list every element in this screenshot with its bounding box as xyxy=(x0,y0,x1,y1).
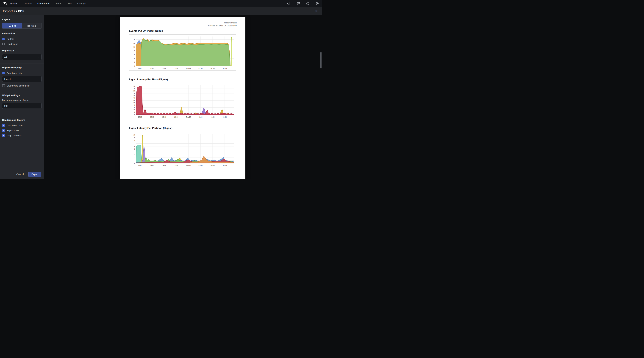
svg-text:15:00: 15:00 xyxy=(150,116,154,118)
grid-icon xyxy=(27,25,30,27)
nav-item-search[interactable]: Search xyxy=(23,0,34,7)
checkbox-page-numbers-label: Page numbers xyxy=(6,134,22,137)
svg-text:10: 10 xyxy=(134,134,135,136)
svg-text:12:00: 12:00 xyxy=(138,116,142,118)
svg-text:8: 8 xyxy=(134,140,135,142)
export-settings-panel: Layout List Grid Orientation Portrait xyxy=(0,15,44,179)
svg-text:70: 70 xyxy=(134,97,135,99)
svg-text:06:00: 06:00 xyxy=(211,165,214,167)
layout-grid-button[interactable]: Grid xyxy=(22,23,41,29)
checkbox-icon xyxy=(2,84,5,87)
front-page-heading: Report front page xyxy=(2,66,42,69)
svg-text:03:00: 03:00 xyxy=(198,68,202,69)
radio-landscape-label: Landscape xyxy=(6,43,18,45)
svg-text:15:00: 15:00 xyxy=(150,165,154,167)
modal-title: Export as PDF xyxy=(3,10,24,13)
svg-text:20: 20 xyxy=(134,58,135,59)
nav-actions xyxy=(287,2,319,6)
svg-text:09:00: 09:00 xyxy=(223,165,226,167)
cancel-button[interactable]: Cancel xyxy=(16,173,25,176)
svg-text:4: 4 xyxy=(134,151,135,153)
paper-size-select[interactable]: A4 xyxy=(2,54,42,60)
paper-size-heading: Paper size xyxy=(2,49,42,52)
radio-portrait[interactable]: Portrait xyxy=(2,37,42,41)
dashboard-title-input[interactable] xyxy=(2,76,42,82)
svg-text:9: 9 xyxy=(134,137,135,139)
svg-text:120: 120 xyxy=(132,85,135,87)
svg-text:20: 20 xyxy=(134,109,135,111)
radio-icon xyxy=(2,38,5,40)
svg-text:40: 40 xyxy=(134,50,135,52)
nav-item-files[interactable]: Files xyxy=(65,0,74,7)
checkbox-hf-dashboard-title-label: Dashboard title xyxy=(6,124,22,127)
feedback-button[interactable] xyxy=(296,2,300,6)
orientation-heading: Orientation xyxy=(2,32,42,35)
svg-text:12:00: 12:00 xyxy=(138,165,142,167)
account-button[interactable] xyxy=(315,2,319,6)
svg-text:09:00: 09:00 xyxy=(223,116,226,118)
svg-text:7: 7 xyxy=(134,143,135,144)
chevron-down-icon xyxy=(37,56,40,58)
chart-ingest-latency-per-host: 12:0015:0018:0021:00Thu 1203:0006:0009:0… xyxy=(129,83,236,119)
crowdstrike-logo xyxy=(3,1,8,6)
checkbox-dashboard-description[interactable]: Dashboard description xyxy=(2,84,42,88)
layout-list-button[interactable]: List xyxy=(2,23,22,29)
svg-text:Thu 12: Thu 12 xyxy=(186,165,191,167)
svg-text:21:00: 21:00 xyxy=(174,68,178,69)
svg-text:0: 0 xyxy=(134,65,135,67)
section-divider xyxy=(0,116,44,116)
close-button[interactable]: ✕ xyxy=(314,9,319,14)
layout-grid-label: Grid xyxy=(31,25,36,27)
svg-text:3: 3 xyxy=(134,154,135,156)
svg-text:6: 6 xyxy=(134,146,135,147)
section-divider xyxy=(0,64,44,64)
help-button[interactable] xyxy=(306,2,310,6)
headers-footers-heading: Headers and footers xyxy=(2,119,42,121)
svg-text:0: 0 xyxy=(134,114,135,115)
layout-toggle: List Grid xyxy=(2,23,42,29)
svg-text:18:00: 18:00 xyxy=(162,116,166,118)
scrollbar-thumb[interactable] xyxy=(320,52,322,69)
svg-text:30: 30 xyxy=(134,107,135,108)
announcements-button[interactable] xyxy=(287,2,291,6)
svg-text:12:00: 12:00 xyxy=(138,68,142,69)
list-icon xyxy=(8,25,11,27)
preview-backdrop: Report: Ingest Created at: 2023-10-12 11… xyxy=(44,15,322,179)
svg-text:Thu 12: Thu 12 xyxy=(186,116,191,118)
checkbox-dashboard-title[interactable]: Dashboard title xyxy=(2,71,42,75)
report-meta: Report: Ingest Created at: 2023-10-12 11… xyxy=(129,22,237,27)
settings-scroll-area: Layout List Grid Orientation Portrait xyxy=(0,15,44,169)
chart-ingest-latency-per-partition: 12:0015:0018:0021:00Thu 1203:0006:0009:0… xyxy=(129,132,236,168)
svg-text:60: 60 xyxy=(134,42,135,44)
radio-icon xyxy=(2,43,5,45)
layout-heading: Layout xyxy=(2,18,42,21)
chart-title-ingest-queue: Events Put On Ingest Queue xyxy=(129,30,237,33)
checkbox-page-numbers[interactable]: Page numbers xyxy=(2,134,42,137)
svg-text:100: 100 xyxy=(132,90,135,92)
export-button[interactable]: Export xyxy=(28,172,41,177)
svg-text:90: 90 xyxy=(134,93,135,94)
svg-text:10: 10 xyxy=(134,61,135,63)
radio-portrait-label: Portrait xyxy=(6,38,14,40)
nav-item-dashboards[interactable]: Dashboards xyxy=(36,0,52,7)
svg-text:09:00: 09:00 xyxy=(223,68,226,69)
max-rows-input[interactable] xyxy=(2,103,42,109)
checkbox-hf-dashboard-title[interactable]: Dashboard title xyxy=(2,124,42,127)
svg-text:5: 5 xyxy=(134,148,135,150)
checkbox-export-date-label: Export date xyxy=(6,129,19,132)
checkbox-dashboard-title-label: Dashboard title xyxy=(6,72,22,74)
checkbox-export-date[interactable]: Export date xyxy=(2,129,42,132)
nav-item-alerts[interactable]: Alerts xyxy=(54,0,63,7)
svg-text:1: 1 xyxy=(134,160,135,161)
pdf-preview-page: Report: Ingest Created at: 2023-10-12 11… xyxy=(120,17,246,179)
checkbox-icon xyxy=(2,72,5,74)
modal-footer: Cancel Export xyxy=(0,169,44,179)
svg-text:10: 10 xyxy=(134,111,135,113)
widget-settings-heading: Widget settings xyxy=(2,94,42,97)
help-icon xyxy=(306,2,310,5)
report-label: Report: Ingest xyxy=(129,22,237,24)
radio-landscape[interactable]: Landscape xyxy=(2,42,42,46)
nav-item-settings[interactable]: Settings xyxy=(75,0,88,7)
chart-title-latency-partition: Ingest Latency Per Partition (Digest) xyxy=(129,127,237,130)
svg-text:06:00: 06:00 xyxy=(211,116,214,118)
